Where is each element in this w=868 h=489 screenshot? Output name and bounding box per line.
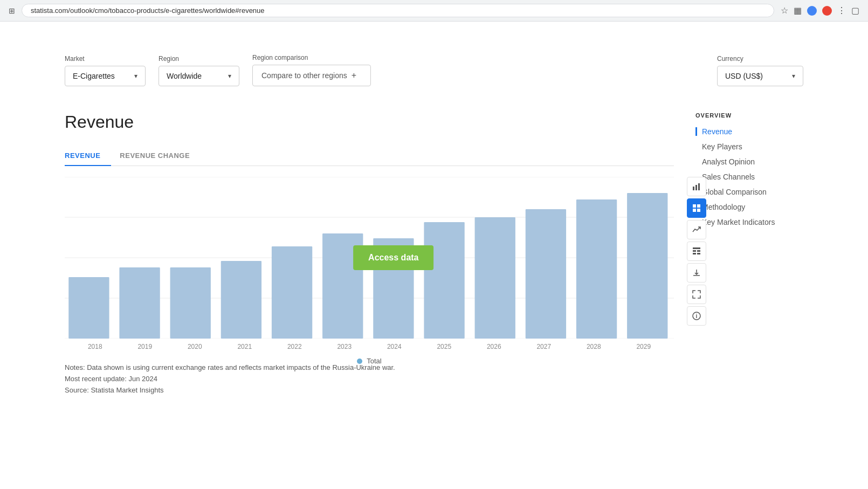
region-select[interactable]: Worldwide ▾ — [159, 66, 239, 86]
svg-rect-0 — [693, 187, 694, 190]
x-label-2026: 2026 — [469, 343, 519, 350]
currency-filter-group: Currency USD (US$) ▾ — [717, 55, 803, 86]
svg-rect-20 — [119, 267, 160, 339]
x-label-2022: 2022 — [270, 343, 320, 350]
svg-rect-9 — [697, 250, 700, 252]
nav-item-analyst-opinion[interactable]: Analyst Opinion — [695, 157, 803, 166]
info-icon[interactable]: i — [687, 306, 706, 326]
market-select[interactable]: E-Cigarettes ▾ — [65, 66, 146, 86]
legend-label: Total — [367, 357, 381, 365]
svg-rect-6 — [697, 209, 700, 212]
address-bar[interactable]: statista.com/outlook/cmo/tobacco-product… — [22, 4, 774, 17]
region-chevron-icon: ▾ — [228, 72, 231, 80]
svg-rect-19 — [68, 277, 109, 339]
svg-rect-2 — [698, 183, 700, 190]
comparison-label: Region comparison — [252, 54, 371, 61]
note-line-2: Most recent update: Jun 2024 — [65, 374, 674, 385]
window-controls: ▢ — [851, 5, 859, 16]
chart-area: Access data 2018 2019 2020 2021 2022 202… — [65, 166, 674, 349]
trend-icon[interactable] — [687, 220, 706, 239]
currency-select[interactable]: USD (US$) ▾ — [717, 66, 803, 86]
x-label-2029: 2029 — [619, 343, 669, 350]
chart-section: Revenue REVENUE REVENUE CHANGE — [65, 112, 674, 396]
x-label-2018: 2018 — [70, 343, 120, 350]
svg-rect-7 — [693, 247, 700, 249]
svg-rect-3 — [693, 204, 696, 208]
nav-item-sales-channels[interactable]: Sales Channels — [695, 173, 803, 181]
x-label-2023: 2023 — [320, 343, 370, 350]
svg-text:i: i — [696, 313, 698, 319]
svg-rect-4 — [697, 204, 700, 208]
nav-item-revenue[interactable]: Revenue — [695, 127, 803, 136]
market-chevron-icon: ▾ — [134, 72, 137, 80]
more-icon[interactable]: ⋮ — [837, 5, 846, 16]
nav-item-key-market-indicators[interactable]: Key Market Indicators — [695, 218, 803, 226]
chart-notes: Notes: Data shown is using current excha… — [65, 362, 674, 396]
nav-items-list: Revenue Key Players Analyst Opinion Sale… — [695, 127, 803, 226]
svg-rect-11 — [697, 253, 700, 254]
x-label-2028: 2028 — [569, 343, 619, 350]
overview-heading: OVERVIEW — [695, 112, 803, 119]
x-label-2021: 2021 — [220, 343, 270, 350]
legend-dot — [357, 359, 362, 364]
profile-icon-2 — [822, 6, 832, 16]
nav-item-methodology[interactable]: Methodology — [695, 203, 803, 211]
x-label-2025: 2025 — [419, 343, 470, 350]
note-line-3: Source: Statista Market Insights — [65, 385, 674, 396]
tab-revenue-change[interactable]: REVENUE CHANGE — [120, 145, 201, 166]
svg-rect-21 — [170, 267, 211, 339]
svg-rect-23 — [272, 246, 312, 339]
svg-rect-27 — [475, 217, 515, 339]
svg-rect-22 — [221, 261, 261, 339]
x-label-2020: 2020 — [170, 343, 220, 350]
svg-rect-5 — [693, 209, 696, 212]
right-nav: OVERVIEW Revenue Key Players Analyst Opi… — [695, 112, 803, 396]
svg-rect-1 — [695, 185, 697, 190]
svg-rect-28 — [526, 209, 566, 339]
currency-label: Currency — [717, 55, 803, 63]
profile-icon-1 — [807, 6, 817, 16]
svg-rect-29 — [576, 199, 617, 339]
comparison-select[interactable]: Compare to other regions + — [252, 65, 371, 86]
grid-chart-icon[interactable] — [687, 198, 706, 218]
nav-item-global-comparison[interactable]: Global Comparison — [695, 188, 803, 196]
x-label-2027: 2027 — [519, 343, 569, 350]
market-filter-group: Market E-Cigarettes ▾ — [65, 55, 146, 86]
download-icon[interactable] — [687, 263, 706, 283]
bar-chart-icon[interactable] — [687, 177, 706, 196]
tabs-icon: ⊞ — [9, 6, 15, 15]
region-filter-group: Region Worldwide ▾ — [159, 55, 239, 86]
main-layout: Revenue REVENUE REVENUE CHANGE — [65, 112, 803, 396]
filters-row: Market E-Cigarettes ▾ Region Worldwide ▾… — [65, 54, 803, 86]
svg-rect-26 — [424, 222, 464, 339]
market-label: Market — [65, 55, 146, 63]
section-title: Revenue — [65, 112, 674, 132]
browser-chrome: ⊞ statista.com/outlook/cmo/tobacco-produ… — [0, 0, 868, 22]
browser-toolbar-icons: ☆ ▦ ⋮ ▢ — [781, 5, 859, 16]
svg-rect-10 — [693, 253, 696, 254]
svg-rect-8 — [693, 250, 696, 252]
x-axis-labels: 2018 2019 2020 2021 2022 2023 2024 2025 … — [65, 343, 674, 350]
extensions-icon[interactable]: ▦ — [794, 5, 802, 16]
nav-item-key-players[interactable]: Key Players — [695, 142, 803, 151]
tab-revenue[interactable]: REVENUE — [65, 145, 111, 166]
x-label-2019: 2019 — [120, 343, 170, 350]
chart-tabs: REVENUE REVENUE CHANGE — [65, 145, 674, 166]
bookmark-icon[interactable]: ☆ — [781, 5, 788, 16]
x-label-2024: 2024 — [369, 343, 419, 350]
expand-icon[interactable] — [687, 285, 706, 304]
plus-icon: + — [352, 71, 356, 80]
svg-rect-30 — [627, 193, 667, 339]
region-label: Region — [159, 55, 239, 63]
chart-toolbar: i — [687, 177, 706, 326]
chart-wrapper: i — [65, 166, 674, 349]
access-data-button[interactable]: Access data — [353, 245, 433, 270]
comparison-filter-group: Region comparison Compare to other regio… — [252, 54, 371, 86]
table-icon[interactable] — [687, 242, 706, 261]
page-content: Market E-Cigarettes ▾ Region Worldwide ▾… — [0, 22, 868, 489]
chart-legend: Total — [65, 357, 674, 365]
currency-chevron-icon: ▾ — [792, 72, 795, 80]
